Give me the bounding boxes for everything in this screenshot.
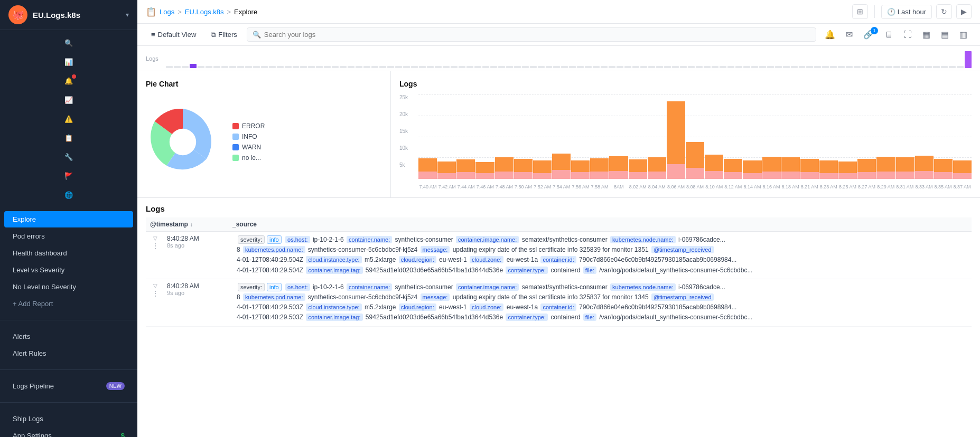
link-button[interactable]: 🔗 1	[859, 27, 878, 42]
chart-bar-group	[743, 160, 761, 179]
sidebar-item-app-settings[interactable]: App Settings $	[4, 428, 133, 437]
bar-info	[648, 172, 666, 179]
log-time-2: 8:40:28 AM	[167, 282, 230, 290]
bar-error	[648, 157, 666, 172]
container-type-value-2: containerd	[550, 314, 580, 321]
bar-info	[705, 171, 723, 179]
histogram-bar	[553, 66, 560, 68]
logs-chart-panel: Logs 25k 20k 15k 10k 5k	[391, 71, 980, 197]
bar-error	[571, 160, 590, 172]
histogram-bar	[941, 66, 948, 68]
breadcrumb-sep1: >	[178, 8, 182, 16]
search-icon[interactable]: 🔍	[58, 34, 79, 51]
bar-info	[724, 172, 742, 179]
histogram-bar	[474, 66, 481, 68]
histogram-bar	[387, 66, 394, 68]
time-range-selector[interactable]: 🕐 Last hour	[881, 5, 932, 19]
histogram-bar	[680, 66, 687, 68]
tools-icon[interactable]: 🔧	[58, 148, 79, 165]
histogram-bar	[293, 66, 300, 68]
bar-info	[571, 172, 590, 179]
flag-icon[interactable]: 🚩	[58, 167, 79, 184]
sidebar-item-add-report[interactable]: + Add Report	[4, 296, 133, 312]
chart-bar-group	[667, 101, 685, 179]
message-value-1: updating expiry date of the ssl certific…	[453, 246, 649, 253]
search-input[interactable]	[264, 31, 810, 39]
default-view-button[interactable]: ≡ Default View	[146, 28, 201, 41]
sidebar-item-pod-errors[interactable]: Pod errors	[4, 228, 133, 244]
histogram-bar	[949, 66, 956, 68]
search-bar[interactable]: 🔍	[247, 27, 816, 42]
ts-received-label-1: @timestamp_received	[651, 246, 714, 253]
chart-x-label: 7:52 AM	[533, 184, 552, 189]
bar-error	[800, 159, 819, 172]
sidebar-item-logs-pipeline[interactable]: Logs Pipeline NEW	[4, 378, 133, 394]
breadcrumb-eu-logs-link[interactable]: EU.Logs.k8s	[185, 8, 224, 16]
bar-info	[876, 172, 895, 179]
refresh-button[interactable]: ↻	[936, 4, 952, 19]
histogram-bar	[371, 66, 378, 68]
bar-error	[495, 157, 514, 172]
filters-label: Filters	[218, 31, 237, 39]
log-dots-1[interactable]: ⋮	[152, 242, 159, 250]
sidebar-item-alert-rules[interactable]: Alert Rules	[4, 345, 133, 362]
sidebar-item-no-level-no-severity[interactable]: No Level no Severity	[4, 279, 133, 295]
sort-icon[interactable]: ↓	[190, 222, 193, 227]
histogram-bar	[546, 66, 553, 68]
email-button[interactable]: ✉	[842, 27, 857, 42]
sidebar-item-health-dashboard[interactable]: Health dashboard	[4, 245, 133, 261]
histogram-bar	[356, 66, 362, 68]
col-timestamp-header[interactable]: @timestamp ↓	[150, 221, 224, 228]
kubernetes-pod-label-1: kubernetes.pod.name:	[243, 246, 305, 253]
histogram-bar	[482, 66, 489, 68]
barcode-button[interactable]: ▦	[918, 27, 935, 42]
bar-info	[609, 171, 628, 179]
sidebar-item-ship-logs[interactable]: Ship Logs	[4, 411, 133, 427]
layout1-button[interactable]: ▤	[937, 27, 953, 42]
alerts-icon[interactable]: 🔔	[58, 72, 79, 89]
sidebar-item-explore[interactable]: Explore	[4, 211, 133, 227]
new-badge: NEW	[106, 382, 125, 390]
play-button[interactable]: ▶	[956, 4, 972, 19]
log-dots-2[interactable]: ⋮	[152, 290, 159, 297]
bar-info	[590, 172, 609, 179]
histogram-bar	[522, 66, 529, 68]
expand-button-1[interactable]: ▽	[153, 236, 157, 241]
dashboard-icon[interactable]: 📈	[58, 91, 79, 108]
histogram-bar	[277, 66, 284, 68]
histogram-bar	[759, 66, 766, 68]
chart-x-label: 8:02 AM	[628, 184, 647, 189]
histogram-bar	[672, 66, 679, 68]
breadcrumb-doc-icon: 📋	[146, 7, 156, 17]
divider	[874, 5, 875, 18]
sidebar-nav: Explore Pod errors Health dashboard Leve…	[0, 207, 137, 316]
expand-button[interactable]: ⛶	[899, 27, 916, 42]
container-id-value-2: 790c7d866e04e6c0b9bf49257930185acab9b069…	[579, 303, 736, 311]
container-image-tag-value-1: 59425ad1efd0203d6e65a66b54fba1d3644d536e	[366, 267, 503, 274]
document-icon[interactable]: 📋	[58, 129, 79, 146]
expand-button-2[interactable]: ▽	[153, 283, 157, 289]
legend-no-level-label: no le...	[242, 154, 261, 162]
warning-icon[interactable]: ⚠️	[58, 110, 79, 127]
filters-button[interactable]: ⧉ Filters	[206, 28, 242, 42]
legend-info-dot	[232, 134, 239, 140]
chart-bar-group	[781, 157, 800, 179]
layout2-button[interactable]: ▥	[955, 27, 972, 42]
y-label-10k: 10k	[399, 145, 408, 151]
sidebar-item-level-vs-severity[interactable]: Level vs Severity	[4, 262, 133, 278]
histogram-bar	[363, 66, 370, 68]
bar-error	[876, 157, 895, 172]
sidebar-item-alerts[interactable]: Alerts	[4, 328, 133, 345]
notifications-button[interactable]: 🔔	[820, 27, 839, 42]
monitor-button[interactable]: 🖥	[880, 27, 897, 42]
chart-bar-group	[475, 162, 494, 179]
explore-icon[interactable]: 📊	[58, 53, 79, 70]
grid-view-button[interactable]: ⊞	[852, 4, 868, 19]
breadcrumb-logs-link[interactable]: Logs	[160, 8, 174, 16]
histogram-bar	[870, 66, 876, 68]
chevron-down-icon[interactable]: ▾	[126, 11, 129, 18]
histogram-bar	[783, 66, 790, 68]
bar-info	[781, 172, 800, 179]
severity-label-2: severity:	[238, 283, 265, 291]
globe-icon[interactable]: 🌐	[58, 186, 79, 203]
